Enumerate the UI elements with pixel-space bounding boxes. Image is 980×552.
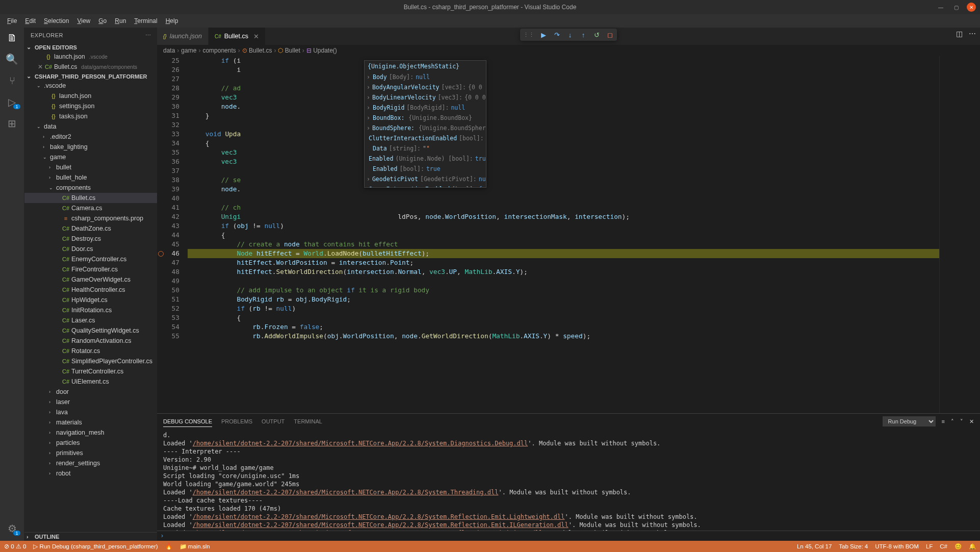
minimap[interactable] xyxy=(939,56,980,413)
status-item[interactable]: 📁 main.sln xyxy=(179,543,210,550)
status-item[interactable]: 🔥 xyxy=(165,543,172,550)
explorer-icon[interactable]: 🗎 xyxy=(6,32,18,44)
debug-property-row[interactable]: ›Body [Body]: null xyxy=(365,72,486,82)
source-control-icon[interactable]: ⑂ xyxy=(6,74,18,87)
folder-item[interactable]: ›lava xyxy=(24,407,157,417)
more-icon[interactable]: ⋯ xyxy=(145,32,151,39)
menu-go[interactable]: Go xyxy=(95,16,110,26)
status-item[interactable]: Ln 45, Col 17 xyxy=(797,543,832,549)
debug-console[interactable]: d.Loaded '/home/silent/dotnet-2.2-207/sh… xyxy=(157,429,980,531)
menu-terminal[interactable]: Terminal xyxy=(131,16,160,26)
folder-item[interactable]: ⌄game xyxy=(24,152,157,162)
open-editors-header[interactable]: ⌄OPEN EDITORS xyxy=(24,43,157,52)
project-header[interactable]: ⌄CSHARP_THIRD_PERSON_PLATFORMER xyxy=(24,72,157,81)
folder-item[interactable]: ›laser xyxy=(24,397,157,407)
debug-toolbar[interactable]: ⋮⋮ ▶ ↷ ↓ ↑ ↺ ◻ xyxy=(520,29,617,41)
debug-property-row[interactable]: ClutterInteractionEnabled [bool]: false xyxy=(365,133,486,143)
file-item[interactable]: C#UiElement.cs xyxy=(24,377,157,387)
editor-tab[interactable]: {}launch.json xyxy=(157,28,209,45)
status-item[interactable]: ▷ Run Debug (csharp_third_person_platfor… xyxy=(33,543,158,550)
menu-view[interactable]: View xyxy=(74,16,93,26)
console-input[interactable]: › xyxy=(157,531,980,541)
panel-tab-output[interactable]: OUTPUT xyxy=(262,416,285,426)
file-item[interactable]: ≡csharp_components.prop xyxy=(24,213,157,223)
filter-icon[interactable]: ≡ xyxy=(942,418,945,424)
file-item[interactable]: C#RandomActivation.cs xyxy=(24,336,157,346)
editor-tab[interactable]: C#Bullet.cs✕ xyxy=(209,28,266,45)
line-gutter[interactable]: 2526272829303132333435363738394041424344… xyxy=(157,56,188,413)
open-editor-item[interactable]: ✕C#Bullet.csdata/game/components xyxy=(24,62,157,72)
debug-property-row[interactable]: ›BoundBox: {Unigine.BoundBox} xyxy=(365,113,486,123)
file-item[interactable]: C#InitRotation.cs xyxy=(24,305,157,315)
breadcrumb-item[interactable]: ⊙ Bullet.cs xyxy=(242,47,272,54)
status-item[interactable]: LF xyxy=(926,543,933,549)
breadcrumbs[interactable]: data›game›components›⊙ Bullet.cs›⬡ Bulle… xyxy=(157,45,980,56)
file-item[interactable]: C#HpWidget.cs xyxy=(24,295,157,305)
split-editor-icon[interactable]: ◫ xyxy=(956,30,963,38)
breadcrumb-item[interactable]: components xyxy=(202,47,236,54)
debug-property-row[interactable]: Data [string]: "" xyxy=(365,143,486,154)
folder-item[interactable]: ›robot xyxy=(24,468,157,479)
maximize-panel-icon[interactable]: ˅ xyxy=(960,418,963,425)
menu-run[interactable]: Run xyxy=(112,16,129,26)
folder-item[interactable]: ⌄data xyxy=(24,121,157,132)
debug-property-row[interactable]: GrassInteractionEnabled [bool]: false xyxy=(365,184,486,188)
status-item[interactable]: ⊘ 0 ⚠ 0 xyxy=(4,543,26,550)
file-item[interactable]: C#FireController.cs xyxy=(24,264,157,274)
collapse-icon[interactable]: ˄ xyxy=(951,418,954,425)
folder-item[interactable]: ›bake_lighting xyxy=(24,142,157,152)
outline-header[interactable]: ›OUTLINE xyxy=(24,532,157,541)
folder-item[interactable]: ›primitives xyxy=(24,448,157,458)
settings-gear-icon[interactable]: ⚙1 xyxy=(6,522,18,535)
close-button[interactable]: ✕ xyxy=(967,3,976,12)
file-item[interactable]: C#TurretController.cs xyxy=(24,366,157,377)
debug-property-row[interactable]: ›GeodeticPivot [GeodeticPivot]: null xyxy=(365,174,486,184)
close-tab-icon[interactable]: ✕ xyxy=(253,33,259,40)
breadcrumb-item[interactable]: ⬡ Bullet xyxy=(278,47,300,54)
code-editor[interactable]: if (i i l(); // ad vec3 IS.Y); node. * 0… xyxy=(188,56,939,413)
folder-item[interactable]: ›navigation_mesh xyxy=(24,428,157,438)
breadcrumb-item[interactable]: data xyxy=(163,47,175,54)
breadcrumb-item[interactable]: game xyxy=(181,47,196,54)
file-item[interactable]: C#HealthController.cs xyxy=(24,285,157,295)
run-debug-icon[interactable]: ▷1 xyxy=(6,96,18,108)
maximize-button[interactable]: ▢ xyxy=(951,3,961,12)
search-icon[interactable]: 🔍 xyxy=(6,53,18,65)
file-item[interactable]: {}settings.json xyxy=(24,101,157,111)
file-item[interactable]: C#GameOverWidget.cs xyxy=(24,274,157,285)
status-item[interactable]: Tab Size: 4 xyxy=(839,543,868,549)
status-item[interactable]: 🔔 xyxy=(969,543,976,550)
file-item[interactable]: C#SimplifiedPlayerController.cs xyxy=(24,356,157,366)
folder-item[interactable]: ›materials xyxy=(24,417,157,428)
menu-edit[interactable]: Edit xyxy=(22,16,39,26)
debug-property-row[interactable]: Enabled [bool]: true xyxy=(365,164,486,174)
status-item[interactable]: 😊 xyxy=(955,543,962,550)
status-item[interactable]: C# xyxy=(940,543,947,549)
menu-selection[interactable]: Selection xyxy=(41,16,72,26)
folder-item[interactable]: ›bullet xyxy=(24,162,157,172)
extensions-icon[interactable]: ⊞ xyxy=(6,117,18,130)
file-item[interactable]: C#DeathZone.cs xyxy=(24,223,157,234)
file-item[interactable]: C#EnemyController.cs xyxy=(24,254,157,264)
file-item[interactable]: C#QualitySettingWidget.cs xyxy=(24,325,157,336)
folder-item[interactable]: ›particles xyxy=(24,438,157,448)
debug-hover-tooltip[interactable]: {Unigine.ObjectMeshStatic}›Body [Body]: … xyxy=(364,60,486,188)
panel-tab-debug-console[interactable]: DEBUG CONSOLE xyxy=(163,416,212,427)
debug-config-select[interactable]: Run Debug xyxy=(883,416,936,426)
continue-button[interactable]: ▶ xyxy=(539,31,548,39)
panel-tab-problems[interactable]: PROBLEMS xyxy=(221,416,252,426)
menu-help[interactable]: Help xyxy=(163,16,182,26)
file-item[interactable]: {}tasks.json xyxy=(24,111,157,121)
folder-item[interactable]: ›render_settings xyxy=(24,458,157,468)
file-item[interactable]: C#Bullet.cs xyxy=(24,193,157,203)
debug-property-row[interactable]: ›BodyAngularVelocity [vec3]: {0 0 0} xyxy=(365,82,486,92)
breadcrumb-item[interactable]: ⊟ Update() xyxy=(306,47,337,54)
open-editor-item[interactable]: {}launch.json.vscode xyxy=(24,52,157,62)
drag-grip-icon[interactable]: ⋮⋮ xyxy=(523,32,534,38)
folder-item[interactable]: ›.editor2 xyxy=(24,132,157,142)
minimize-button[interactable]: — xyxy=(936,3,945,12)
file-item[interactable]: C#Rotator.cs xyxy=(24,346,157,356)
debug-property-row[interactable]: Enabled (Unigine.Node) [bool]: true xyxy=(365,154,486,164)
debug-property-row[interactable]: ›BodyRigid [BodyRigid]: null xyxy=(365,103,486,113)
stop-button[interactable]: ◻ xyxy=(606,31,614,39)
